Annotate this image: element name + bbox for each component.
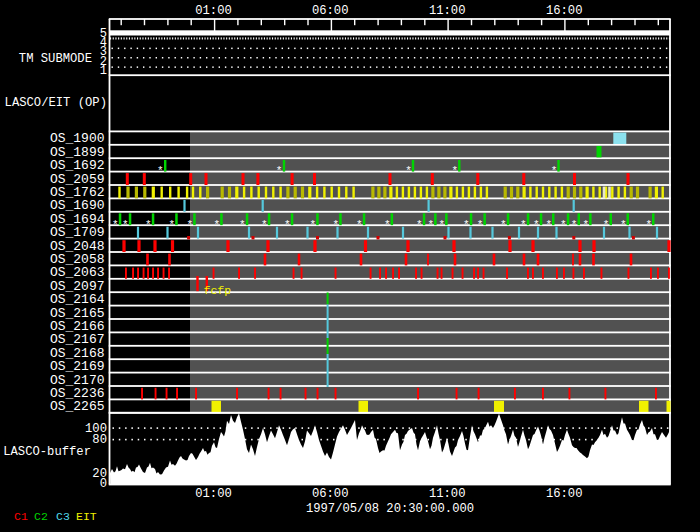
svg-text:*: * — [169, 219, 176, 231]
svg-text:0: 0 — [100, 477, 107, 491]
svg-text:01:00: 01:00 — [195, 487, 232, 501]
svg-text:*: * — [438, 219, 445, 231]
svg-text:C1: C1 — [14, 510, 28, 523]
svg-text:*: * — [551, 165, 558, 177]
svg-text:*: * — [310, 219, 317, 231]
svg-text:*: * — [284, 219, 291, 231]
svg-text:LASCO-buffer: LASCO-buffer — [3, 445, 91, 459]
svg-text:*: * — [187, 219, 194, 231]
svg-text:1: 1 — [100, 64, 107, 78]
svg-text:*: * — [384, 219, 391, 231]
svg-text:*: * — [157, 165, 164, 177]
svg-text:*: * — [214, 219, 221, 231]
svg-text:*: * — [500, 219, 507, 231]
svg-text:*: * — [416, 219, 423, 231]
svg-text:*: * — [545, 219, 552, 231]
svg-text:*: * — [571, 219, 578, 231]
svg-text:*: * — [145, 219, 152, 231]
svg-text:*: * — [122, 219, 129, 231]
svg-text:*: * — [520, 219, 527, 231]
svg-text:*: * — [560, 219, 567, 231]
svg-text:11:00: 11:00 — [429, 4, 466, 18]
svg-text:*: * — [645, 219, 652, 231]
svg-text:06:00: 06:00 — [312, 4, 349, 18]
svg-text:*: * — [620, 219, 627, 231]
svg-text:C3: C3 — [56, 510, 70, 523]
svg-text:*: * — [427, 219, 434, 231]
svg-text:*: * — [112, 219, 119, 231]
svg-text:*: * — [582, 219, 589, 231]
svg-text:*: * — [356, 219, 363, 231]
svg-text:OS_2265: OS_2265 — [50, 399, 105, 414]
svg-text:EIT: EIT — [76, 510, 97, 523]
svg-text:*: * — [405, 165, 412, 177]
svg-text:*: * — [276, 165, 283, 177]
svg-text:11:00: 11:00 — [429, 487, 466, 501]
svg-text:1997/05/08 20:30:00.000: 1997/05/08 20:30:00.000 — [306, 502, 474, 516]
svg-text:80: 80 — [92, 433, 107, 447]
svg-text:LASCO/EIT (OP): LASCO/EIT (OP) — [5, 96, 107, 110]
svg-text:16:00: 16:00 — [546, 487, 583, 501]
svg-text:fcfp: fcfp — [204, 284, 232, 297]
svg-text:16:00: 16:00 — [546, 4, 583, 18]
svg-text:*: * — [239, 219, 246, 231]
svg-text:*: * — [477, 219, 484, 231]
svg-text:C2: C2 — [34, 510, 48, 523]
svg-text:TM SUBMODE: TM SUBMODE — [19, 52, 92, 66]
svg-text:*: * — [463, 219, 470, 231]
svg-text:*: * — [451, 165, 458, 177]
svg-text:01:00: 01:00 — [195, 4, 232, 18]
svg-text:06:00: 06:00 — [312, 487, 349, 501]
svg-text:*: * — [261, 219, 268, 231]
